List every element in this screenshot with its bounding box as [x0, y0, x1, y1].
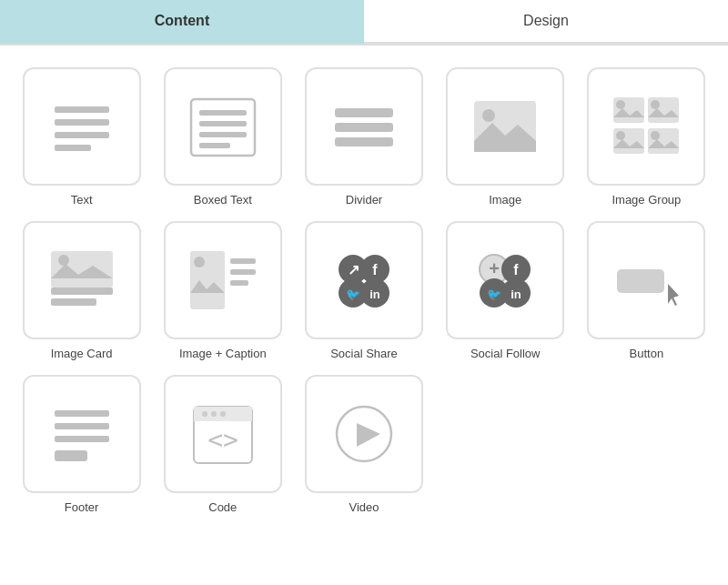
svg-rect-37 [230, 269, 256, 275]
svg-rect-57 [55, 410, 109, 417]
svg-text:<>: <> [207, 425, 238, 455]
svg-rect-31 [51, 287, 113, 295]
tab-bar: Content Design [0, 0, 728, 45]
svg-rect-9 [335, 108, 393, 117]
tab-content[interactable]: Content [0, 0, 364, 44]
item-card-box-image-caption [164, 221, 282, 339]
item-card-footer[interactable]: Footer [18, 375, 145, 514]
svg-rect-38 [230, 280, 248, 286]
svg-rect-1 [55, 119, 109, 126]
svg-point-65 [220, 411, 226, 417]
svg-point-35 [194, 257, 205, 267]
item-card-box-image-card [23, 221, 141, 339]
item-card-box-video [305, 375, 423, 493]
svg-rect-3 [55, 145, 91, 151]
svg-rect-10 [335, 123, 393, 132]
svg-point-21 [651, 100, 660, 109]
svg-text:🐦: 🐦 [346, 287, 361, 302]
svg-text:f: f [514, 262, 520, 277]
item-card-label-code: Code [208, 500, 237, 514]
svg-rect-2 [55, 132, 109, 138]
svg-rect-60 [55, 450, 87, 461]
item-card-box-social-share: ↗ f 🐦 in [305, 221, 423, 339]
item-card-image-caption[interactable]: Image + Caption [159, 221, 286, 360]
svg-text:f: f [372, 262, 378, 277]
svg-text:↗: ↗ [347, 262, 359, 277]
item-card-social-follow[interactable]: + f 🐦 in Social Follow [442, 221, 569, 360]
item-card-label-image-card: Image Card [51, 347, 113, 360]
item-card-label-divider: Divider [346, 193, 382, 207]
item-card-box-button [587, 221, 705, 339]
item-card-label-boxed-text: Boxed Text [194, 193, 252, 207]
item-card-label-video: Video [349, 500, 379, 514]
svg-marker-68 [357, 423, 380, 447]
item-card-label-button: Button [630, 347, 664, 360]
svg-rect-6 [199, 121, 247, 126]
svg-rect-0 [55, 106, 109, 113]
item-card-text[interactable]: Text [18, 67, 145, 207]
svg-point-24 [616, 131, 625, 140]
item-card-social-share[interactable]: ↗ f 🐦 in Social Share [300, 221, 427, 360]
svg-text:in: in [511, 287, 521, 301]
svg-rect-55 [617, 269, 664, 293]
item-card-label-social-follow: Social Follow [470, 347, 541, 360]
item-card-label-text: Text [71, 193, 93, 207]
item-card-box-text [23, 67, 141, 186]
item-card-label-image: Image [489, 193, 521, 207]
item-card-box-social-follow: + f 🐦 in [446, 221, 564, 339]
item-card-label-image-group: Image Group [612, 193, 681, 207]
content-grid: Text Boxed Text Divider Image [0, 45, 728, 536]
item-card-box-divider [305, 67, 423, 186]
svg-point-18 [616, 100, 625, 109]
svg-rect-36 [230, 258, 256, 264]
item-card-code[interactable]: <> Code [159, 375, 286, 514]
svg-rect-59 [55, 436, 109, 442]
item-card-divider[interactable]: Divider [300, 67, 427, 207]
item-card-image[interactable]: Image [442, 67, 569, 207]
item-card-boxed-text[interactable]: Boxed Text [159, 67, 286, 207]
svg-point-64 [211, 411, 217, 417]
svg-rect-32 [51, 298, 96, 306]
item-card-box-code: <> [164, 375, 282, 493]
svg-text:🐦: 🐦 [487, 287, 502, 302]
item-card-label-footer: Footer [65, 500, 99, 514]
item-card-box-image [446, 67, 564, 186]
svg-rect-8 [199, 143, 230, 148]
item-card-video[interactable]: Video [300, 375, 427, 514]
tab-design[interactable]: Design [364, 0, 728, 44]
item-card-box-footer [23, 375, 141, 493]
svg-text:in: in [369, 287, 380, 301]
svg-point-27 [651, 131, 660, 140]
item-card-button[interactable]: Button [583, 221, 710, 360]
item-card-box-image-group [587, 67, 705, 186]
svg-rect-58 [55, 423, 109, 429]
svg-marker-56 [668, 284, 679, 306]
svg-point-14 [482, 109, 495, 122]
svg-rect-7 [199, 132, 247, 137]
svg-rect-11 [335, 137, 393, 146]
svg-point-63 [202, 411, 207, 417]
item-card-label-image-caption: Image + Caption [179, 347, 267, 360]
item-card-box-boxed-text [164, 67, 282, 186]
svg-point-30 [58, 255, 69, 266]
svg-rect-15 [474, 141, 536, 152]
item-card-label-social-share: Social Share [330, 347, 398, 360]
svg-text:+: + [489, 258, 500, 278]
svg-rect-5 [199, 110, 247, 116]
item-card-image-card[interactable]: Image Card [18, 221, 145, 360]
item-card-image-group[interactable]: Image Group [583, 67, 710, 207]
